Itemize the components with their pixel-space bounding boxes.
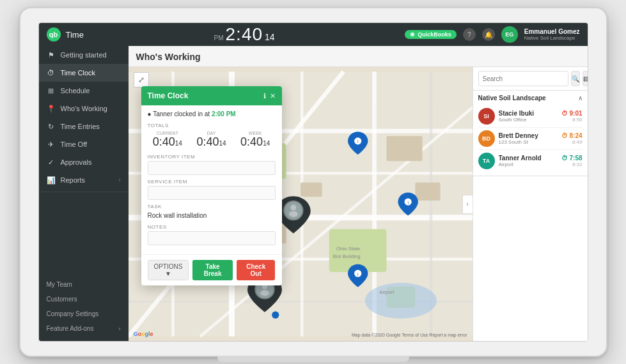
top-bar-right: ⊛ QuickBooks ? 🔔 EG Emmanuel Gomez Nativ… — [405, 26, 579, 43]
sidebar-item-feature-add-ons[interactable]: Feature Add-ons › — [39, 321, 129, 336]
notes-label: NOTES — [148, 224, 276, 230]
form-row-notes: NOTES — [148, 224, 276, 245]
employee-location-1: 123 South St — [499, 139, 558, 145]
sidebar: ⚑ Getting started ⏱ Time Clock ⊞ Schedul… — [39, 46, 129, 341]
employee-time-value-2: ⏱ 7:58 — [561, 155, 583, 162]
svg-point-24 — [364, 283, 436, 319]
clock-in-time: 2:00 PM — [212, 110, 236, 118]
sidebar-item-getting-started[interactable]: ⚑ Getting started — [39, 46, 129, 64]
modal-header: Time Clock ℹ ✕ — [141, 86, 282, 105]
clock-icon-1: ⏱ — [561, 132, 568, 139]
employee-time-2: ⏱ 7:58 8:32 — [561, 155, 583, 167]
employee-name-2: Tanner Arnold — [499, 155, 558, 162]
sidebar-bottom: My Team Customers Company Settings Featu… — [39, 277, 129, 341]
map-collapse-arrow[interactable]: › — [462, 195, 473, 214]
clock-icon-2: ⏱ — [561, 155, 568, 162]
employee-row-0[interactable]: SI Stacie Ibuki South Office ⏱ 9:01 — [478, 105, 583, 128]
modal-body: ● Tanner clocked in at 2:00 PM TOTALS CU… — [141, 105, 282, 254]
employee-location-0: South Office — [499, 117, 558, 123]
top-bar-left: qb Time — [47, 27, 84, 42]
take-break-button[interactable]: Take Break — [192, 260, 233, 280]
time-main: 2:40 — [226, 24, 263, 45]
svg-point-44 — [272, 312, 279, 319]
employee-time-value-0: ⏱ 9:01 — [561, 110, 583, 117]
service-item-input[interactable] — [148, 186, 276, 200]
totals-section: TOTALS CURRENT 0:4014 — [148, 123, 276, 149]
total-day-label: DAY — [191, 131, 231, 135]
page-header: Who's Working — [129, 46, 588, 67]
employee-info-0: Stacie Ibuki South Office — [499, 110, 558, 123]
modal-info-icon[interactable]: ℹ — [263, 92, 266, 100]
collapse-icon[interactable]: ∧ — [578, 95, 583, 102]
user-avatar[interactable]: EG — [501, 26, 518, 43]
time-clock-icon: ⏱ — [47, 68, 56, 77]
total-day: DAY 0:4014 — [191, 131, 231, 149]
company-name: Native Soil Landscape — [478, 95, 546, 102]
svg-text:Biol Building: Biol Building — [333, 254, 360, 259]
sidebar-divider — [39, 192, 129, 192]
schedule-icon: ⊞ — [47, 86, 56, 95]
map-expand-btn[interactable]: ⤢ — [134, 72, 149, 87]
sidebar-item-whos-working[interactable]: 📍 Who's Working — [39, 100, 129, 118]
time-clock-modal: Time Clock ℹ ✕ ● Tanner clocked — [141, 86, 282, 285]
sidebar-item-approvals[interactable]: ✓ Approvals — [39, 153, 129, 171]
sidebar-item-time-entries[interactable]: ↻ Time Entries — [39, 118, 129, 135]
sidebar-item-time-off[interactable]: ✈ Time Off — [39, 135, 129, 153]
svg-rect-21 — [301, 183, 322, 197]
employee-time-value-1: ⏱ 8:24 — [561, 132, 583, 139]
user-company: Native Soil Landscape — [524, 35, 580, 41]
map-controls: ⤢ — [134, 72, 149, 87]
employee-time-1: ⏱ 8:24 8:49 — [561, 132, 583, 145]
search-input[interactable] — [478, 71, 568, 86]
content-area: Hills Park Ohio State Biol Building Airp… — [129, 67, 588, 341]
total-current: CURRENT 0:4014 — [148, 131, 188, 149]
clock-icon-0: ⏱ — [561, 110, 568, 117]
top-bar-clock: PM 2:40 14 — [214, 24, 275, 45]
check-out-button[interactable]: Check Out — [237, 260, 276, 280]
sidebar-item-my-team[interactable]: My Team — [39, 277, 129, 292]
sidebar-item-company-settings[interactable]: Company Settings — [39, 307, 129, 321]
airplane-icon: ✈ — [47, 140, 56, 149]
total-current-label: CURRENT — [148, 131, 188, 135]
employee-time-detail-1: 8:49 — [572, 139, 583, 145]
app-logo: qb — [47, 27, 61, 42]
map-footer: Map data ©2020 Google Terms of Use Repor… — [352, 333, 467, 337]
sidebar-item-time-clock[interactable]: ⏱ Time Clock — [39, 64, 129, 82]
employee-name-0: Stacie Ibuki — [499, 110, 558, 117]
employee-avatar-0: SI — [478, 108, 495, 125]
task-value: Rock wall installation — [148, 211, 276, 220]
svg-point-39 — [289, 211, 297, 217]
options-button[interactable]: OPTIONS ▼ — [148, 260, 189, 280]
inventory-item-input[interactable] — [148, 161, 276, 175]
search-bar: 🔍 ⊟ — [473, 67, 588, 91]
modal-close-icon[interactable]: ✕ — [270, 92, 276, 100]
employee-row-2[interactable]: TA Tanner Arnold Airport ⏱ 7:58 — [478, 150, 583, 172]
employee-name-1: Brett Denney — [499, 132, 558, 139]
sidebar-item-reports[interactable]: 📊 Reports › — [39, 171, 129, 189]
notes-input[interactable] — [148, 231, 276, 245]
sidebar-item-schedule[interactable]: ⊞ Schedule — [39, 82, 129, 100]
laptop-shell: qb Time PM 2:40 14 ⊛ QuickBooks ? 🔔 EG E… — [19, 7, 607, 357]
svg-rect-22 — [386, 136, 422, 161]
employee-time-detail-0: 8:56 — [572, 117, 583, 123]
search-button[interactable]: 🔍 — [571, 71, 580, 86]
page-title: Who's Working — [136, 52, 201, 62]
svg-point-43 — [260, 290, 269, 296]
filter-button[interactable]: ⊟ — [583, 71, 588, 86]
notifications-icon[interactable]: 🔔 — [482, 28, 495, 41]
time-ampm: PM — [214, 34, 224, 42]
app-title: Time — [66, 30, 84, 40]
modal-header-icons: ℹ ✕ — [263, 92, 276, 100]
check-icon: ✓ — [47, 158, 56, 167]
employee-row-1[interactable]: BD Brett Denney 123 South St ⏱ 8:24 — [478, 128, 583, 150]
screen: qb Time PM 2:40 14 ⊛ QuickBooks ? 🔔 EG E… — [38, 22, 588, 342]
reports-icon: 📊 — [47, 176, 56, 185]
sidebar-item-customers[interactable]: Customers — [39, 292, 129, 307]
company-header: Native Soil Landscape ∧ — [478, 95, 583, 102]
totals-row: CURRENT 0:4014 DAY — [148, 131, 276, 149]
total-day-value: 0:4014 — [191, 135, 231, 149]
help-icon[interactable]: ? — [463, 28, 476, 41]
company-section: Native Soil Landscape ∧ SI Stacie Ibuki … — [473, 91, 588, 176]
form-row-task: TASK Rock wall installation — [148, 204, 276, 220]
quickbooks-badge: ⊛ QuickBooks — [405, 30, 457, 39]
